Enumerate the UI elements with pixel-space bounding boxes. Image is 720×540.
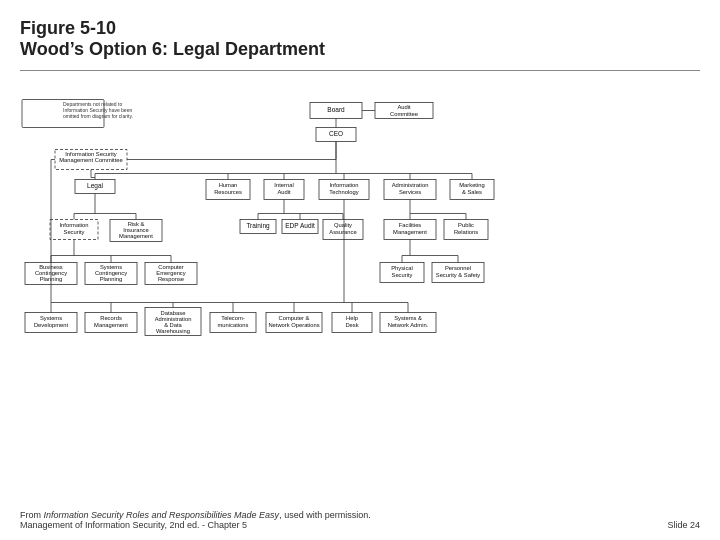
svg-text:Security: Security bbox=[392, 272, 413, 278]
svg-text:Audit: Audit bbox=[277, 189, 291, 195]
footer-course: Management of Information Security, 2nd … bbox=[20, 520, 247, 530]
svg-text:Audit: Audit bbox=[397, 104, 411, 110]
svg-text:Desk: Desk bbox=[345, 322, 358, 328]
svg-text:Quality: Quality bbox=[334, 222, 352, 228]
svg-text:Network Admin.: Network Admin. bbox=[388, 322, 429, 328]
svg-text:Personnel: Personnel bbox=[445, 265, 471, 271]
svg-text:Physical: Physical bbox=[391, 265, 413, 271]
svg-text:Management Committee: Management Committee bbox=[59, 157, 122, 163]
svg-text:Administration: Administration bbox=[392, 182, 429, 188]
svg-text:Security & Safety: Security & Safety bbox=[436, 272, 481, 278]
svg-text:Warehousing: Warehousing bbox=[156, 328, 190, 334]
page: Figure 5-10 Wood’s Option 6: Legal Depar… bbox=[0, 0, 720, 540]
svg-text:munications: munications bbox=[218, 322, 249, 328]
org-chart-svg: .box { fill: #fff; stroke: #333; stroke-… bbox=[20, 77, 700, 508]
title-line1: Figure 5-10 bbox=[20, 18, 700, 39]
svg-text:Management: Management bbox=[393, 229, 427, 235]
title-block: Figure 5-10 Wood’s Option 6: Legal Depar… bbox=[20, 18, 700, 60]
svg-text:Legal: Legal bbox=[87, 182, 103, 190]
svg-text:Assurance: Assurance bbox=[329, 229, 356, 235]
svg-text:Public: Public bbox=[458, 222, 474, 228]
svg-text:Telecom-: Telecom- bbox=[221, 315, 245, 321]
svg-text:Response: Response bbox=[158, 276, 184, 282]
svg-text:Management: Management bbox=[119, 233, 153, 239]
svg-text:omitted from diagram for clari: omitted from diagram for clarity. bbox=[63, 113, 133, 119]
svg-text:Committee: Committee bbox=[390, 111, 418, 117]
svg-text:Facilities: Facilities bbox=[399, 222, 422, 228]
svg-text:Systems: Systems bbox=[40, 315, 62, 321]
title-line2: Wood’s Option 6: Legal Department bbox=[20, 39, 700, 60]
svg-text:Training: Training bbox=[246, 222, 270, 230]
svg-text:Planning: Planning bbox=[100, 276, 123, 282]
svg-text:Human: Human bbox=[219, 182, 238, 188]
svg-text:EDP Audit: EDP Audit bbox=[285, 222, 315, 229]
svg-text:Information: Information bbox=[60, 222, 89, 228]
source-text: From Information Security Roles and Resp… bbox=[20, 510, 371, 520]
svg-text:& Sales: & Sales bbox=[462, 189, 482, 195]
footer: From Information Security Roles and Resp… bbox=[20, 510, 700, 530]
svg-text:Computer &: Computer & bbox=[279, 315, 310, 321]
slide-number: Slide 24 bbox=[667, 520, 700, 530]
svg-text:Management: Management bbox=[94, 322, 128, 328]
svg-text:Technology: Technology bbox=[329, 189, 358, 195]
svg-text:Relations: Relations bbox=[454, 229, 478, 235]
svg-text:Network Operations: Network Operations bbox=[268, 322, 319, 328]
svg-text:Systems &: Systems & bbox=[394, 315, 422, 321]
divider bbox=[20, 70, 700, 71]
svg-text:CEO: CEO bbox=[329, 130, 343, 137]
svg-text:Information: Information bbox=[330, 182, 359, 188]
svg-text:Internal: Internal bbox=[274, 182, 293, 188]
svg-text:Services: Services bbox=[399, 189, 421, 195]
svg-text:Records: Records bbox=[100, 315, 122, 321]
svg-text:Development: Development bbox=[34, 322, 69, 328]
svg-text:Board: Board bbox=[327, 106, 345, 113]
svg-text:Marketing: Marketing bbox=[459, 182, 484, 188]
footer-left: From Information Security Roles and Resp… bbox=[20, 510, 371, 530]
svg-text:Resources: Resources bbox=[214, 189, 242, 195]
diagram-area: .box { fill: #fff; stroke: #333; stroke-… bbox=[20, 77, 700, 508]
svg-text:Security: Security bbox=[64, 229, 85, 235]
svg-text:Help: Help bbox=[346, 315, 358, 321]
